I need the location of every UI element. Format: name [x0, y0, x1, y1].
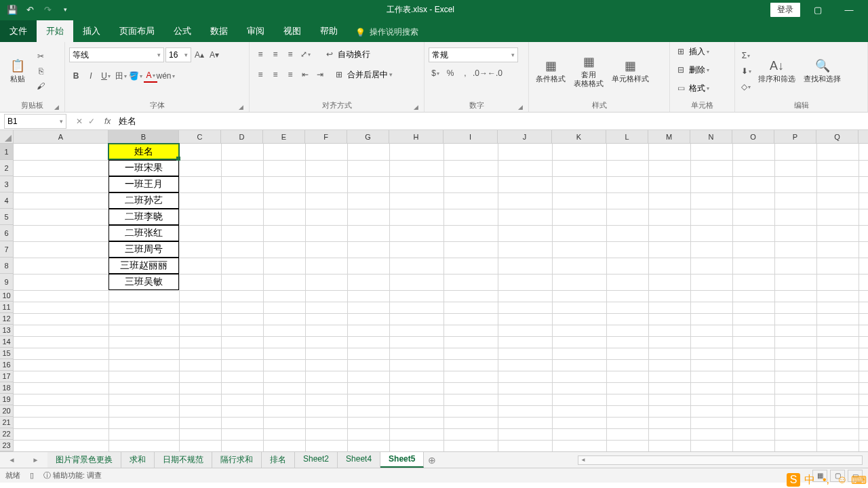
undo-icon[interactable]: ↶	[24, 4, 35, 15]
tab-file[interactable]: 文件	[0, 20, 37, 42]
col-header-J[interactable]: J	[498, 130, 552, 143]
col-header-P[interactable]: P	[774, 130, 816, 143]
worksheet-grid[interactable]: ABCDEFGHIJKLMNOPQ 1234567891011121314151…	[0, 130, 868, 451]
col-header-O[interactable]: O	[732, 130, 774, 143]
cell-B8[interactable]: 三班赵丽丽	[108, 258, 179, 274]
shrink-font-icon[interactable]: A▾	[208, 48, 221, 62]
format-painter-icon[interactable]: 🖌	[34, 79, 47, 93]
cell-B1[interactable]: 姓名	[108, 144, 179, 160]
border-icon[interactable]: 田	[114, 69, 127, 83]
col-header-K[interactable]: K	[552, 130, 606, 143]
cell-B5[interactable]: 二班李晓	[108, 209, 179, 225]
sheet-tab[interactable]: 求和	[121, 452, 155, 468]
clear-icon[interactable]: ◇	[739, 80, 753, 94]
find-select-button[interactable]: 🔍查找和选择	[801, 48, 844, 94]
cell-B2[interactable]: 一班宋果	[108, 160, 179, 176]
orientation-icon[interactable]: ⤢	[298, 47, 312, 61]
col-header-L[interactable]: L	[606, 130, 648, 143]
cell-B7[interactable]: 三班周号	[108, 241, 179, 258]
minimize-icon[interactable]: —	[835, 0, 863, 19]
col-header-N[interactable]: N	[690, 130, 732, 143]
sheet-tab[interactable]: 图片背景色更换	[47, 452, 121, 468]
row-header-16[interactable]: 16	[0, 359, 13, 371]
cell-B4[interactable]: 二班孙艺	[108, 192, 179, 209]
row-header-5[interactable]: 5	[0, 209, 13, 225]
add-sheet-button[interactable]: ⊕	[424, 455, 440, 466]
align-center-icon[interactable]: ≡	[269, 68, 282, 81]
col-header-I[interactable]: I	[443, 130, 498, 143]
sort-filter-button[interactable]: A↓排序和筛选	[755, 48, 798, 94]
col-header-Q[interactable]: Q	[816, 130, 859, 143]
tab-home[interactable]: 开始	[37, 20, 73, 42]
font-name-combo[interactable]: 等线▾	[69, 47, 164, 62]
tab-view[interactable]: 视图	[274, 20, 311, 42]
ime-emoji-icon[interactable]: ☺	[835, 473, 849, 487]
row-header-1[interactable]: 1	[0, 144, 13, 160]
select-all-corner[interactable]	[0, 130, 14, 144]
tab-insert[interactable]: 插入	[73, 20, 110, 42]
row-header-18[interactable]: 18	[0, 382, 13, 394]
col-header-C[interactable]: C	[179, 130, 221, 143]
row-header-6[interactable]: 6	[0, 225, 13, 241]
number-format-combo[interactable]: 常规▾	[429, 47, 518, 62]
align-left-icon[interactable]: ≡	[254, 68, 267, 81]
row-header-23[interactable]: 23	[0, 440, 13, 451]
font-color-icon[interactable]: A	[144, 69, 157, 83]
tab-layout[interactable]: 页面布局	[110, 20, 164, 42]
comma-icon[interactable]: ,	[458, 66, 472, 80]
sheet-tab[interactable]: 日期不规范	[155, 452, 212, 468]
align-bottom-icon[interactable]: ≡	[283, 47, 297, 61]
sheet-tab[interactable]: 隔行求和	[212, 452, 262, 468]
ime-keyboard-icon[interactable]: ⌨	[852, 473, 865, 487]
tab-help[interactable]: 帮助	[311, 20, 347, 42]
ime-punct-icon[interactable]: •,	[819, 473, 833, 487]
phonetic-icon[interactable]: wén	[159, 69, 172, 83]
copy-icon[interactable]: ⎘	[34, 64, 47, 78]
row-header-17[interactable]: 17	[0, 371, 13, 382]
row-header-15[interactable]: 15	[0, 348, 13, 359]
ime-icon[interactable]: S	[787, 473, 800, 487]
table-format-button[interactable]: ▦套用 表格格式	[571, 48, 606, 94]
launcher-icon[interactable]: ◢	[518, 104, 523, 110]
cancel-icon[interactable]: ✕	[76, 117, 83, 126]
cell-B9[interactable]: 三班吴敏	[108, 274, 179, 290]
ime-lang-icon[interactable]: 中	[803, 473, 816, 487]
row-header-10[interactable]: 10	[0, 290, 13, 302]
percent-icon[interactable]: %	[443, 66, 457, 80]
indent-dec-icon[interactable]: ⇤	[298, 68, 312, 81]
sheet-tab[interactable]: 排名	[262, 452, 295, 468]
grow-font-icon[interactable]: A▴	[193, 48, 206, 62]
fill-icon[interactable]: ⬇	[739, 64, 753, 78]
sheet-tab[interactable]: Sheet4	[338, 452, 380, 468]
tab-review[interactable]: 审阅	[237, 20, 274, 42]
col-header-F[interactable]: F	[305, 130, 347, 143]
bold-button[interactable]: B	[69, 69, 83, 83]
row-header-2[interactable]: 2	[0, 160, 13, 176]
launcher-icon[interactable]: ◢	[54, 104, 59, 110]
launcher-icon[interactable]: ◢	[414, 104, 418, 110]
delete-cells-button[interactable]: ⊟删除▾	[674, 63, 709, 77]
accessibility-status[interactable]: ⓘ 辅助功能: 调查	[43, 470, 102, 481]
sheet-tab[interactable]: Sheet2	[295, 452, 338, 468]
tell-me-search[interactable]: 💡 操作说明搜索	[347, 26, 427, 38]
row-header-22[interactable]: 22	[0, 428, 13, 440]
horizontal-scrollbar[interactable]	[578, 455, 863, 465]
sheet-tab[interactable]: Sheet5	[380, 452, 424, 468]
align-right-icon[interactable]: ≡	[283, 68, 297, 81]
name-box[interactable]: B1▾	[4, 114, 66, 129]
login-button[interactable]: 登录	[770, 3, 800, 17]
row-header-8[interactable]: 8	[0, 258, 13, 274]
accounting-icon[interactable]: $	[429, 66, 442, 80]
row-header-4[interactable]: 4	[0, 192, 13, 209]
col-header-M[interactable]: M	[648, 130, 690, 143]
ribbon-options-icon[interactable]: ▢	[804, 0, 831, 19]
insert-cells-button[interactable]: ⊞插入▾	[674, 45, 709, 58]
format-cells-button[interactable]: ▭格式▾	[674, 81, 709, 95]
cell-B6[interactable]: 二班张红	[108, 225, 179, 241]
inc-decimal-icon[interactable]: .0→	[473, 66, 487, 80]
cell-styles-button[interactable]: ▦单元格样式	[609, 48, 652, 94]
row-header-19[interactable]: 19	[0, 394, 13, 405]
fx-icon[interactable]: fx	[100, 117, 115, 126]
column-headers[interactable]: ABCDEFGHIJKLMNOPQ	[14, 130, 868, 144]
qat-dropdown-icon[interactable]: ▾	[60, 4, 71, 15]
